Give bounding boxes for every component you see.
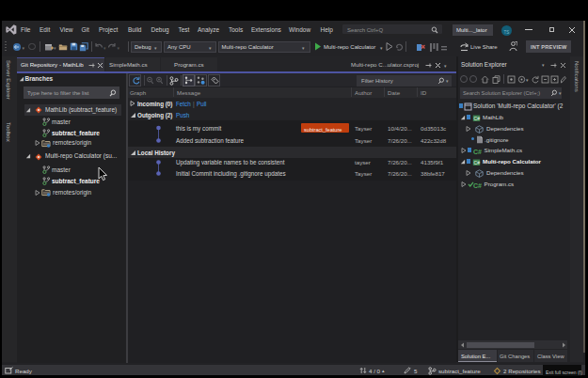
- svg-text:C#: C#: [473, 148, 482, 154]
- svg-text:C#: C#: [474, 115, 481, 120]
- svg-text:C#: C#: [474, 159, 481, 165]
- svg-text:C#: C#: [473, 181, 482, 188]
